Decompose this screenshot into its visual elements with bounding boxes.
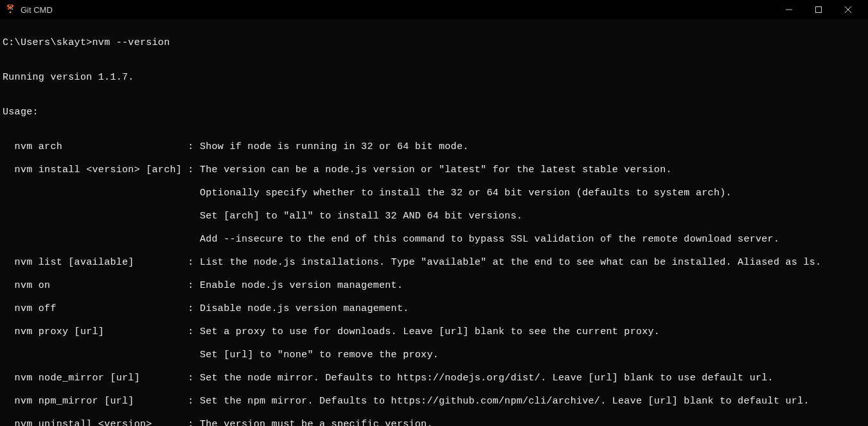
output-line: nvm node_mirror [url] : Set the node mir…: [3, 373, 868, 384]
output-line: Usage:: [3, 107, 868, 118]
output-line: nvm install <version> [arch] : The versi…: [3, 164, 868, 176]
output-line: nvm off : Disable node.js version manage…: [3, 303, 868, 315]
maximize-button[interactable]: [804, 0, 833, 19]
close-button[interactable]: [833, 0, 863, 19]
output-line: Set [arch] to "all" to install 32 AND 64…: [3, 211, 868, 222]
output-line: nvm npm_mirror [url] : Set the npm mirro…: [3, 396, 868, 407]
svg-point-2: [10, 6, 11, 8]
output-line: Set [url] to "none" to remove the proxy.: [3, 350, 868, 361]
svg-point-4: [10, 12, 11, 13]
output-line: nvm arch : Show if node is running in 32…: [3, 141, 868, 153]
output-line: Optionally specify whether to install th…: [3, 188, 868, 199]
prompt-line: C:\Users\skayt>nvm --version: [3, 37, 868, 49]
titlebar: Git CMD: [0, 0, 868, 19]
output-line: nvm list [available] : List the node.js …: [3, 257, 868, 269]
window-title: Git CMD: [21, 5, 774, 15]
output-line: nvm on : Enable node.js version manageme…: [3, 280, 868, 292]
output-line: nvm uninstall <version> : The version mu…: [3, 419, 868, 426]
svg-point-3: [12, 8, 13, 10]
output-line: Running version 1.1.7.: [3, 72, 868, 84]
window-controls: [774, 0, 863, 19]
command: nvm --version: [93, 37, 170, 48]
output-line: Add --insecure to the end of this comman…: [3, 234, 868, 245]
svg-rect-6: [816, 7, 822, 13]
prompt: C:\Users\skayt>: [3, 37, 93, 48]
svg-point-5: [8, 8, 9, 10]
minimize-button[interactable]: [774, 0, 804, 19]
terminal-body[interactable]: C:\Users\skayt>nvm --version Running ver…: [0, 19, 868, 426]
output-line: nvm proxy [url] : Set a proxy to use for…: [3, 326, 868, 338]
git-icon: [5, 4, 15, 15]
